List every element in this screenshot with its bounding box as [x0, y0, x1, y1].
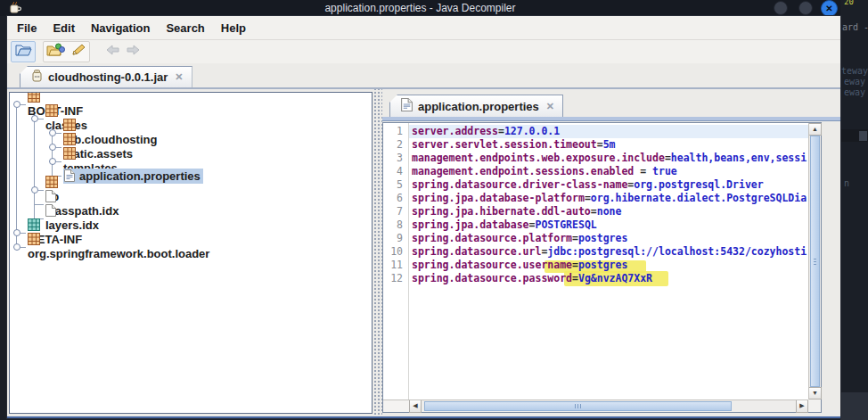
- vertical-scrollbar-thumb[interactable]: [810, 136, 820, 387]
- tree-connector: [34, 204, 44, 205]
- package-tree-panel[interactable]: BOOT-INFclasseshtb.cloudhostingstatic.as…: [9, 92, 373, 414]
- equals-sign: =: [572, 272, 578, 284]
- editor-tab-strip: application.properties ✕: [382, 89, 840, 117]
- property-value: jdbc:postgresql://localhost:5432/cozyhos…: [547, 245, 807, 258]
- code-editor[interactable]: 123456789101112 server.address=127.0.0.1…: [382, 122, 822, 413]
- tree-connector: [38, 190, 44, 191]
- file-icon: [401, 98, 413, 115]
- open-file-button[interactable]: [11, 41, 36, 62]
- property-value: true: [652, 165, 677, 177]
- menu-item-navigation[interactable]: Navigation: [83, 21, 158, 35]
- code-line: spring.datasource.username=postgres: [412, 259, 808, 272]
- scroll-down-button[interactable]: ▼: [809, 387, 822, 399]
- vertical-scrollbar[interactable]: ▲ ▼: [808, 123, 821, 399]
- property-key: spring.datasource.password: [412, 272, 572, 284]
- tree-expand-handle[interactable]: [31, 186, 38, 194]
- tree-item-org-springframework-boot-loader[interactable]: org.springframework.boot.loader: [28, 240, 209, 254]
- desktop-artifact: [840, 392, 868, 420]
- tree-connector: [20, 233, 26, 234]
- tree-connector: [38, 119, 44, 119]
- tree-connector: [56, 161, 61, 162]
- back-arrow-icon: [105, 44, 120, 60]
- code-viewport[interactable]: server.address=127.0.0.1server.servlet.s…: [409, 123, 808, 399]
- search-button[interactable]: [68, 42, 89, 62]
- line-number: 12: [383, 272, 403, 285]
- property-key: spring.jpa.database: [412, 218, 529, 231]
- desktop-text-fragment: eway: [844, 77, 865, 86]
- scroll-up-button[interactable]: ▲: [809, 123, 822, 136]
- code-line: spring.jpa.hibernate.ddl-auto=none: [412, 205, 808, 218]
- jar-tab-close-icon[interactable]: ✕: [175, 71, 183, 83]
- package-icon: [63, 119, 152, 131]
- desktop-text-fragment: teway: [841, 66, 868, 76]
- forward-button[interactable]: [123, 42, 143, 62]
- toolbar: [7, 39, 840, 63]
- tree-connector: [20, 104, 26, 105]
- tree-connector: [56, 133, 61, 134]
- desktop-text-fragment: ard -: [842, 22, 868, 32]
- tree-expand-handle[interactable]: [49, 129, 56, 136]
- equals-sign: =: [634, 165, 652, 177]
- property-value: 127.0.0.1: [504, 125, 560, 137]
- menu-item-file[interactable]: File: [9, 21, 45, 35]
- scroll-right-button[interactable]: ▶: [796, 400, 808, 413]
- menu-item-search[interactable]: Search: [158, 21, 212, 35]
- jar-tab-strip: cloudhosting-0.0.1.jar ✕: [7, 63, 840, 89]
- tree-expand-handle[interactable]: [49, 144, 56, 151]
- property-key: server.address: [412, 125, 498, 137]
- menu-item-help[interactable]: Help: [213, 21, 254, 35]
- package-icon: [63, 147, 113, 160]
- line-number: 7: [383, 205, 403, 218]
- back-button[interactable]: [102, 42, 123, 62]
- package-icon: [28, 92, 78, 103]
- equals-sign: =: [529, 218, 536, 231]
- scroll-left-button[interactable]: ◀: [409, 400, 422, 413]
- tree-item-templates[interactable]: templates: [63, 154, 118, 169]
- tree-expand-handle[interactable]: [13, 243, 20, 251]
- code-line: spring.datasource.platform=postgres: [412, 232, 808, 245]
- tree-collapse-handle[interactable]: [13, 101, 20, 108]
- horizontal-scrollbar[interactable]: ◀ ▶: [409, 399, 808, 412]
- package-icon-meta: [28, 218, 78, 231]
- code-line: server.servlet.session.timeout=5m: [412, 138, 808, 152]
- line-number-gutter: 123456789101112: [383, 123, 409, 399]
- tree-item-application-properties[interactable]: application.properties: [63, 169, 203, 183]
- package-icon: [28, 233, 205, 245]
- file-icon: [45, 204, 94, 217]
- pen-icon: [70, 43, 86, 61]
- property-value: POSTGRESQL: [536, 218, 597, 231]
- property-key: management.endpoints.web.exposure.includ…: [412, 152, 665, 164]
- tab-application-properties[interactable]: application.properties ✕: [389, 95, 563, 117]
- equals-sign: =: [572, 232, 578, 244]
- file-icon: [45, 190, 114, 202]
- desktop-text-fragment: 20: [844, 0, 854, 6]
- line-number: 1: [383, 125, 403, 138]
- editor-tab-label: application.properties: [418, 100, 539, 113]
- code-line: spring.datasource.driver-class-name=org.…: [412, 178, 808, 192]
- property-value: health,beans,env,sessi: [671, 152, 807, 164]
- property-value: postgres: [578, 259, 627, 271]
- code-line: spring.datasource.password=Vg&nvzAQ7XxR: [412, 272, 808, 285]
- tree-connector: [16, 108, 17, 247]
- property-key: spring.datasource.platform: [412, 232, 572, 244]
- line-number: 6: [383, 192, 403, 205]
- split-divider[interactable]: [373, 89, 382, 416]
- horizontal-scrollbar-thumb[interactable]: [424, 401, 732, 411]
- open-type-button[interactable]: [44, 42, 68, 62]
- tab-cloudhosting-jar[interactable]: cloudhosting-0.0.1.jar ✕: [20, 66, 192, 87]
- editor-tab-close-icon[interactable]: ✕: [546, 101, 554, 112]
- tree-expand-handle[interactable]: [13, 229, 20, 236]
- line-number: 3: [383, 152, 403, 165]
- maximize-button[interactable]: [798, 1, 813, 15]
- equals-sign: =: [572, 259, 578, 271]
- jar-tab-label: cloudhosting-0.0.1.jar: [48, 70, 168, 84]
- tree-expand-handle[interactable]: [49, 158, 56, 165]
- menu-item-edit[interactable]: Edit: [45, 21, 83, 35]
- minimize-button[interactable]: [774, 1, 788, 15]
- close-button[interactable]: ✕: [821, 0, 838, 17]
- line-number: 9: [383, 232, 403, 245]
- tree-collapse-handle[interactable]: [31, 115, 38, 122]
- property-value: none: [597, 205, 622, 218]
- property-key: management.endpoint.sessions.enabled: [412, 165, 634, 177]
- tab-underline: [382, 117, 840, 121]
